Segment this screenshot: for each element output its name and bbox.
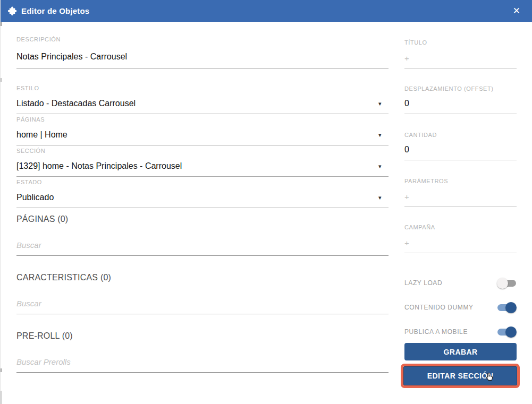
chevron-down-icon[interactable]: ▾ [378, 100, 382, 107]
estado-label: ESTADO [16, 179, 42, 185]
modal-header: Editor de Objetos ✕ [1, 0, 532, 22]
cantidad-input[interactable]: 0 [404, 145, 409, 154]
publica-a-mobile-row: PUBLICA A MOBILE [404, 326, 517, 338]
preroll-search-underline [16, 372, 389, 373]
cantidad-underline [404, 160, 517, 160]
publica-a-mobile-label: PUBLICA A MOBILE [404, 328, 468, 336]
caracteristicas-section-heading: CARACTERISTICAS (0) [16, 273, 111, 282]
toggle-thumb [505, 302, 517, 313]
preroll-section-heading: PRE-ROLL (0) [16, 331, 73, 341]
seccion-select[interactable]: [1329] home - Notas Principales - Carrou… [16, 161, 182, 171]
contenido-dummy-row: CONTENIDO DUMMY [404, 302, 517, 313]
seccion-underline [16, 176, 389, 177]
background-artifact [1, 368, 2, 372]
editar-seccion-button[interactable]: EDITAR SECCIÓN [403, 366, 517, 385]
paginas-label: PÁGINAS [16, 116, 45, 123]
desplazamiento-label: DESPLAZAMIENTO (OFFSET) [404, 85, 494, 92]
paginas-select[interactable]: home | Home [16, 130, 67, 140]
background-artifact [1, 78, 2, 82]
contenido-dummy-toggle[interactable] [497, 302, 517, 313]
puzzle-piece-icon [7, 6, 18, 16]
caracteristicas-search-input[interactable]: Buscar [16, 299, 41, 308]
paginas-section-heading: PÁGINAS (0) [16, 214, 68, 224]
background-artifact [1, 22, 2, 26]
contenido-dummy-label: CONTENIDO DUMMY [404, 304, 474, 311]
titulo-underline [404, 68, 517, 68]
chevron-down-icon[interactable]: ▾ [378, 132, 382, 139]
titulo-label: TÍTULO [404, 39, 427, 46]
paginas-underline [16, 145, 389, 145]
modal-title: Editor de Objetos [21, 6, 89, 15]
titulo-add-field[interactable]: + [404, 54, 409, 63]
seccion-label: SECCIÓN [16, 148, 45, 154]
paginas-search-underline [16, 255, 389, 256]
estilo-select[interactable]: Listado - Destacadas Carrousel [16, 99, 136, 108]
caracteristicas-search-underline [16, 314, 389, 314]
desplazamiento-input[interactable]: 0 [404, 99, 409, 108]
lazy-load-row: LAZY LOAD [404, 277, 517, 289]
descripcion-input[interactable]: Notas Principales - Carrousel [16, 52, 127, 62]
toggle-thumb [497, 278, 508, 289]
chevron-down-icon[interactable]: ▾ [378, 163, 382, 170]
campana-label: CAMPAÑA [404, 224, 435, 230]
chevron-down-icon[interactable]: ▾ [378, 194, 382, 201]
estilo-underline [16, 114, 389, 114]
close-icon[interactable]: ✕ [510, 0, 523, 22]
estado-underline [16, 208, 389, 208]
campana-add-field[interactable]: + [404, 238, 409, 247]
parametros-label: PARÁMETROS [404, 178, 448, 184]
grabar-button[interactable]: GRABAR [404, 343, 517, 360]
parametros-add-field[interactable]: + [404, 192, 409, 201]
estilo-label: ESTILO [16, 85, 39, 91]
lazy-load-toggle[interactable] [497, 278, 517, 289]
campana-underline [404, 253, 517, 253]
parametros-underline [404, 207, 517, 207]
background-artifact [1, 391, 2, 404]
publica-a-mobile-toggle[interactable] [497, 326, 517, 338]
desplazamiento-underline [404, 114, 517, 114]
estado-select[interactable]: Publicado [16, 193, 54, 202]
paginas-search-input[interactable]: Buscar [16, 240, 41, 250]
preroll-search-input[interactable]: Buscar Prerolls [16, 357, 71, 366]
toggle-thumb [505, 326, 517, 338]
editor-de-objetos-modal: Editor de Objetos ✕ DESCRIPCIÓN Notas Pr… [0, 0, 532, 404]
descripcion-underline [16, 68, 389, 69]
descripcion-label: DESCRIPCIÓN [16, 36, 61, 42]
lazy-load-label: LAZY LOAD [404, 279, 442, 287]
cantidad-label: CANTIDAD [404, 132, 437, 138]
editar-seccion-highlight: EDITAR SECCIÓN [401, 364, 520, 388]
